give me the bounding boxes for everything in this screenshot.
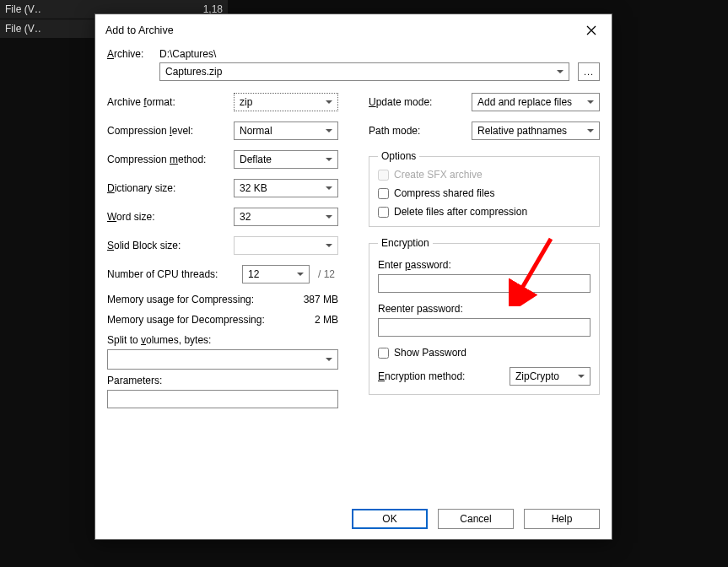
encryption-method-select[interactable]: ZipCrypto bbox=[510, 367, 590, 386]
bg-filename: File (V… bbox=[5, 3, 40, 15]
path-mode-label: Path mode: bbox=[369, 125, 472, 137]
archive-format-label: Archive format: bbox=[107, 96, 234, 108]
split-volumes-select[interactable] bbox=[107, 349, 338, 370]
enter-password-label: Enter password: bbox=[378, 259, 590, 271]
delete-after-label: Delete files after compression bbox=[394, 206, 527, 218]
compress-shared-row[interactable]: Compress shared files bbox=[378, 187, 590, 199]
cancel-button[interactable]: Cancel bbox=[438, 509, 514, 529]
show-password-label: Show Password bbox=[394, 347, 466, 359]
sfx-checkbox bbox=[378, 170, 389, 181]
cpu-threads-select[interactable]: 12 bbox=[242, 265, 310, 284]
compress-shared-checkbox[interactable] bbox=[378, 188, 389, 199]
delete-after-checkbox[interactable] bbox=[378, 207, 389, 218]
dialog-footer: OK Cancel Help bbox=[95, 500, 612, 539]
close-icon bbox=[586, 25, 596, 35]
sfx-label: Create SFX archive bbox=[394, 169, 483, 181]
parameters-label: Parameters: bbox=[107, 375, 338, 386]
cpu-threads-max: / 12 bbox=[318, 268, 335, 280]
delete-after-row[interactable]: Delete files after compression bbox=[378, 206, 590, 218]
word-size-select[interactable]: 32 bbox=[234, 208, 338, 226]
reenter-password-input[interactable] bbox=[378, 318, 590, 337]
archive-format-select[interactable]: zip bbox=[234, 93, 338, 111]
bg-filename: File (V… bbox=[5, 23, 40, 35]
compression-method-select[interactable]: Deflate bbox=[234, 150, 338, 169]
ok-button[interactable]: OK bbox=[352, 509, 428, 529]
compression-level-label: Compression level: bbox=[107, 125, 234, 137]
split-volumes-label: Split to volumes, bytes: bbox=[107, 334, 338, 346]
compression-method-label: Compression method: bbox=[107, 154, 234, 165]
path-mode-select[interactable]: Relative pathnames bbox=[472, 122, 600, 140]
archive-label: Archive: bbox=[107, 48, 159, 60]
sfx-checkbox-row: Create SFX archive bbox=[378, 169, 590, 181]
word-size-label: Word size: bbox=[107, 211, 234, 223]
titlebar: Add to Archive bbox=[95, 14, 612, 45]
options-group: Options Create SFX archive Compress shar… bbox=[369, 150, 600, 227]
browse-button[interactable]: ... bbox=[578, 62, 600, 81]
mem-decompress-label: Memory usage for Decompressing: bbox=[107, 314, 265, 326]
compress-shared-label: Compress shared files bbox=[394, 187, 494, 199]
reenter-password-label: Reenter password: bbox=[378, 303, 590, 315]
dictionary-size-select[interactable]: 32 KB bbox=[234, 179, 338, 197]
dialog-title: Add to Archive bbox=[105, 24, 580, 36]
archive-name-value: Captures.zip bbox=[165, 66, 222, 78]
add-to-archive-dialog: Add to Archive Archive: D:\Captures\ Cap… bbox=[94, 14, 612, 540]
help-button[interactable]: Help bbox=[524, 509, 600, 529]
encryption-legend: Encryption bbox=[378, 237, 433, 249]
dictionary-size-label: Dictionary size: bbox=[107, 182, 234, 194]
options-legend: Options bbox=[378, 150, 419, 162]
archive-path: D:\Captures\ bbox=[159, 48, 600, 60]
cpu-threads-label: Number of CPU threads: bbox=[107, 268, 242, 280]
show-password-row[interactable]: Show Password bbox=[378, 347, 590, 359]
close-button[interactable] bbox=[580, 21, 603, 40]
compression-level-select[interactable]: Normal bbox=[234, 122, 338, 140]
mem-decompress-value: 2 MB bbox=[315, 314, 338, 326]
solid-block-select bbox=[234, 236, 338, 255]
encryption-method-label: Encryption method: bbox=[378, 370, 510, 382]
update-mode-select[interactable]: Add and replace files bbox=[472, 93, 600, 111]
solid-block-label: Solid Block size: bbox=[107, 240, 234, 251]
archive-name-select[interactable]: Captures.zip bbox=[159, 62, 569, 81]
enter-password-input[interactable] bbox=[378, 274, 590, 293]
encryption-group: Encryption Enter password: Reenter passw… bbox=[369, 237, 600, 395]
update-mode-label: Update mode: bbox=[369, 96, 472, 108]
mem-compress-label: Memory usage for Compressing: bbox=[107, 294, 254, 305]
mem-compress-value: 387 MB bbox=[304, 294, 338, 305]
show-password-checkbox[interactable] bbox=[378, 348, 389, 359]
parameters-input[interactable] bbox=[107, 390, 338, 408]
